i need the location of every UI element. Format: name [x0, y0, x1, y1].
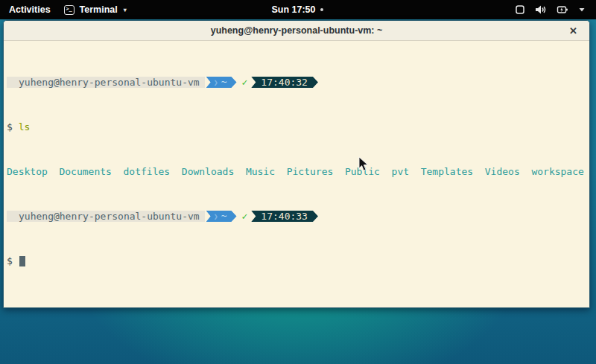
prompt-row: yuheng@henry-personal-ubuntu-vm ❯~ ✓ 17:…: [7, 211, 589, 222]
screen-share-icon: [515, 4, 525, 15]
top-bar: Activities >_ Terminal ▾ Sun 17:50: [0, 0, 596, 19]
status-check-icon: ✓: [242, 77, 248, 88]
mouse-cursor: [358, 156, 369, 172]
system-status-area[interactable]: [323, 4, 596, 15]
status-check-icon: ✓: [242, 211, 248, 222]
battery-charging-icon: [557, 4, 568, 15]
spacer: [13, 255, 19, 266]
prompt-cwd: ~: [221, 76, 227, 87]
command-text: ls: [19, 121, 31, 132]
command-row: $ ls: [7, 121, 589, 132]
prompt-user-host: yuheng@henry-personal-ubuntu-vm: [7, 211, 205, 222]
terminal-window: yuheng@henry-personal-ubuntu-vm: ~ ✕ yuh…: [3, 20, 590, 308]
prompt-row: yuheng@henry-personal-ubuntu-vm ❯~ ✓ 17:…: [7, 77, 589, 88]
prompt-symbol: $: [7, 121, 13, 132]
prompt-timestamp: 17:40:32: [251, 77, 318, 88]
close-icon[interactable]: ✕: [569, 26, 577, 36]
powerline-chevron-icon: ❯: [214, 78, 218, 86]
prompt-timestamp: 17:40:33: [251, 211, 318, 222]
app-menu[interactable]: >_ Terminal ▾: [64, 4, 127, 15]
clock-menu[interactable]: Sun 17:50: [271, 4, 323, 15]
chevron-down-icon: [578, 7, 586, 13]
file-list: Desktop Documents dotfiles Downloads Mus…: [7, 166, 584, 177]
prompt-cwd-segment: ❯~: [206, 211, 237, 222]
powerline-chevron-icon: ❯: [214, 212, 218, 220]
spacer: [13, 121, 19, 132]
prompt-symbol: $: [7, 255, 13, 266]
terminal-content[interactable]: yuheng@henry-personal-ubuntu-vm ❯~ ✓ 17:…: [4, 41, 589, 300]
prompt-cwd: ~: [221, 210, 227, 221]
app-menu-label: Terminal: [80, 4, 118, 15]
input-row[interactable]: $: [7, 255, 589, 266]
window-titlebar[interactable]: yuheng@henry-personal-ubuntu-vm: ~ ✕: [4, 21, 589, 41]
prompt-cwd-segment: ❯~: [206, 77, 237, 88]
terminal-cursor: [19, 256, 25, 266]
terminal-app-icon: >_: [64, 5, 74, 15]
window-title: yuheng@henry-personal-ubuntu-vm: ~: [211, 25, 383, 36]
ls-output-row: Desktop Documents dotfiles Downloads Mus…: [7, 166, 589, 177]
chevron-down-icon: ▾: [124, 7, 127, 13]
clock-label: Sun 17:50: [271, 4, 315, 15]
activities-button[interactable]: Activities: [9, 4, 51, 15]
volume-icon: [535, 4, 547, 15]
prompt-user-host: yuheng@henry-personal-ubuntu-vm: [7, 77, 205, 88]
